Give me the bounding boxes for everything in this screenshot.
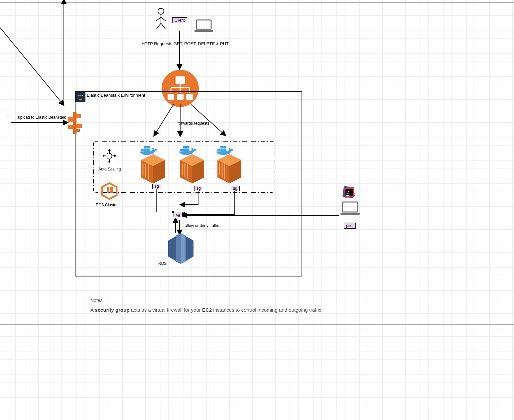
ec2-instance-icon [178,154,206,184]
svg-rect-40 [107,190,109,193]
svg-line-2 [156,17,161,21]
svg-line-28 [155,104,174,134]
svg-rect-66 [223,149,226,151]
svg-rect-45 [144,146,147,149]
config-file-icon: yaml [0,110,11,131]
svg-line-4 [156,23,161,29]
arrow-upload [11,120,69,125]
svg-point-0 [158,8,164,14]
autoscaling-label: Auto Scaling [98,167,121,171]
svg-marker-80 [176,233,181,264]
sg-badge-db-text: sg [176,212,180,217]
notes-body-b1: security group [95,307,129,313]
svg-rect-39 [110,187,113,190]
svg-rect-23 [68,117,74,122]
svg-rect-24 [76,114,81,118]
svg-rect-27 [76,129,80,132]
person-icon [154,7,168,31]
svg-line-3 [161,17,166,21]
eb-title-label: Elastic Beanstalk Environment [87,93,145,98]
ecs-cluster-label: ECS Cluster [96,203,118,207]
laptop-icon [194,19,214,33]
svg-rect-54 [183,149,186,151]
svg-rect-41 [110,190,113,193]
diagram-canvas[interactable]: Client HTTP Requests GET, POST, DELETE &… [0,0,514,420]
svg-rect-64 [217,149,220,151]
notes-body-b2: EC2 [202,307,212,313]
bottom-divider [0,324,514,325]
sg-badge-1: sg [152,184,161,189]
ec2-instance-icon [139,154,167,184]
svg-rect-87 [342,202,358,212]
svg-rect-7 [194,30,213,32]
svg-rect-42 [141,149,144,151]
psql-label: psql [346,223,353,228]
notes-body-prefix: A [90,307,95,313]
svg-marker-81 [181,233,186,264]
arrow-psql-to-sg [182,213,342,219]
sg-caption: allow or deny traffic [185,223,219,228]
svg-rect-10 [176,76,185,84]
svg-rect-56 [183,146,186,149]
upload-edge-label: upload to Elastic Beanstalk [18,115,66,120]
elastic-beanstalk-icon [66,110,83,137]
svg-line-5 [161,23,166,29]
laptop-icon [340,201,360,216]
arrow-client-to-lb [176,31,183,70]
rds-icon [166,233,195,264]
rds-label: RDS [158,261,167,266]
svg-rect-86 [346,195,349,196]
offscreen-arrows [0,0,80,106]
svg-rect-44 [147,149,150,151]
psql-label-box: psql [344,223,356,229]
ec2-instance-icon [215,154,243,184]
svg-rect-57 [186,146,189,149]
svg-rect-53 [180,149,183,151]
svg-rect-6 [196,20,211,29]
autoscaling-icon [100,147,118,165]
svg-rect-38 [107,187,109,190]
svg-text:IJ: IJ [346,191,349,195]
svg-rect-67 [220,146,223,149]
svg-rect-25 [68,125,73,129]
notes-body: A security group acts as a virtual firew… [90,307,363,313]
svg-rect-26 [76,124,82,128]
http-requests-label: HTTP Requests GET, POST, DELETE & PUT [142,41,229,46]
svg-rect-55 [186,149,189,151]
notes-body-suffix: instances to control incoming and outgoi… [212,307,321,313]
notes-title: Notes [90,298,103,303]
forwards-requests-label: forwards requests [178,121,209,126]
svg-rect-43 [144,149,147,151]
svg-rect-46 [147,146,150,149]
client-label: Client [175,18,185,23]
sg-badge-1-text: sg [155,184,159,189]
ecs-cluster-icon [99,181,120,201]
sg-badge-db: sg [174,212,183,217]
config-file-ext: yaml [0,121,1,126]
svg-rect-88 [340,213,360,215]
intellij-icon: IJ [342,185,356,200]
svg-line-30 [191,104,224,134]
notes-body-mid: acts as a virtual firewall for your [130,307,202,313]
svg-line-20 [0,11,63,104]
arrow-sg-rds-bidir [173,218,183,235]
svg-rect-65 [220,149,223,151]
svg-rect-68 [223,146,226,149]
client-label-box: Client [172,17,187,23]
